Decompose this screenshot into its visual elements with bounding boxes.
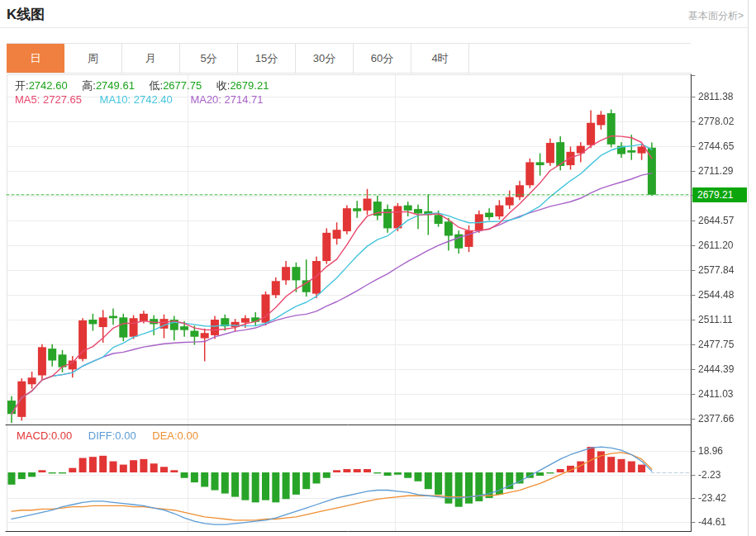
low-value: 2677.75 <box>163 79 202 92</box>
ohlc-legend: 开:2742.60 高:2749.61 低:2677.75 收:2679.21 <box>15 78 269 93</box>
period-tab-5分[interactable]: 5分 <box>180 44 238 73</box>
price-axis-label: 2577.84 <box>698 263 734 277</box>
period-tab-60分[interactable]: 60分 <box>354 44 411 73</box>
period-tabs: 日周月5分15分30分60分4时 <box>7 43 691 74</box>
open-label: 开: <box>15 79 29 92</box>
period-tab-30分[interactable]: 30分 <box>296 44 354 73</box>
ma5-legend: MA5: 2727.65 <box>15 93 82 106</box>
price-axis-label: 2611.20 <box>698 239 734 252</box>
price-axis-label: 2744.65 <box>698 140 734 153</box>
period-tab-月[interactable]: 月 <box>122 44 180 73</box>
page-title: K线图 <box>7 5 45 24</box>
close-label: 收: <box>216 79 231 92</box>
macd-axis-label: -23.42 <box>698 491 726 505</box>
period-tab-4时[interactable]: 4时 <box>411 44 469 73</box>
price-axis-label: 2811.38 <box>698 90 734 103</box>
header: K线图 基本面分析> <box>0 0 748 28</box>
close-value: 2679.21 <box>230 79 269 92</box>
price-axis-label: 2778.02 <box>698 115 734 128</box>
price-axis-label: 2477.75 <box>698 338 734 351</box>
price-axis-label: 2644.57 <box>698 214 734 227</box>
ma10-legend: MA10: 2742.40 <box>100 93 173 106</box>
period-tab-日[interactable]: 日 <box>7 44 64 73</box>
macd-axis-label: -2.23 <box>698 468 720 481</box>
last-price-badge: 2679.21 <box>692 187 747 202</box>
period-tab-周[interactable]: 周 <box>64 44 122 73</box>
tabs-filler <box>469 44 691 73</box>
macd-legend: MACD:0.00 DIFF:0.00 DEA:0.00 <box>17 429 212 442</box>
ma20-legend: MA20: 2714.71 <box>190 93 263 106</box>
price-axis-label: 2444.39 <box>698 363 734 376</box>
macd-axis-label: -44.61 <box>698 515 726 529</box>
open-value: 2742.60 <box>29 79 68 92</box>
dea-value: DEA:0.00 <box>152 429 198 442</box>
price-axis-label: 2544.48 <box>698 288 734 301</box>
kline-page: K线图 基本面分析> 日周月5分15分30分60分4时 开:2742.60 高:… <box>0 0 749 536</box>
macd-value: MACD:0.00 <box>17 429 72 442</box>
fundamental-analysis-link[interactable]: 基本面分析> <box>688 9 744 23</box>
high-value: 2749.61 <box>96 79 135 92</box>
macd-axis-label: 18.96 <box>698 444 723 458</box>
period-tab-15分[interactable]: 15分 <box>238 44 296 73</box>
ma-legend: MA5: 2727.65 MA10: 2742.40 MA20: 2714.71 <box>15 93 278 106</box>
price-axis-label: 2411.03 <box>698 387 734 401</box>
low-label: 低: <box>150 79 164 92</box>
price-axis-label: 2377.66 <box>698 412 734 425</box>
high-label: 高: <box>82 79 96 92</box>
diff-value: DIFF:0.00 <box>88 429 136 442</box>
price-axis-label: 2511.11 <box>698 313 733 326</box>
price-axis-label: 2711.29 <box>698 164 734 178</box>
